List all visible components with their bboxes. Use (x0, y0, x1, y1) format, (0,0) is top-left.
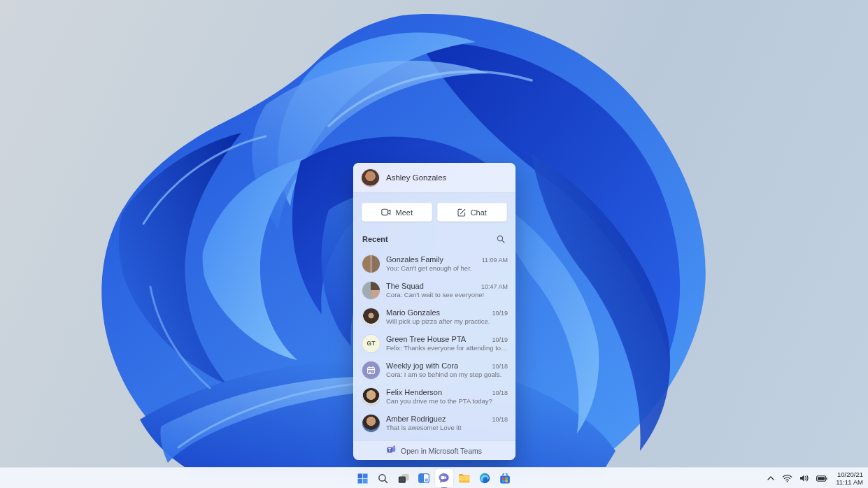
conversation-timestamp: 10/18 (492, 363, 508, 370)
task-view-button[interactable] (394, 469, 413, 487)
file-explorer-icon (458, 473, 470, 483)
conversation-preview: Will pick up pizza after my practice. (386, 317, 508, 325)
conversation-name: Weekly jog with Cora (386, 361, 458, 370)
flyout-header[interactable]: Ashley Gonzales (353, 163, 515, 193)
taskbar-clock[interactable]: 10/20/21 11:11 AM (832, 471, 863, 486)
widgets-icon (418, 473, 429, 483)
teams-chat-icon (438, 473, 450, 484)
edge-button[interactable] (476, 469, 494, 487)
conversation-timestamp: 10:47 AM (481, 283, 508, 290)
conversation-summary: Weekly jog with Cora10/18Cora: I am so b… (386, 361, 508, 379)
initials-avatar: GT (362, 335, 380, 352)
conversation-summary: Green Tree House PTA10/19Felix: Thanks e… (386, 335, 508, 352)
conversation-summary: Gonzales Family11:09 AMYou: Can't get en… (386, 255, 508, 273)
chat-button[interactable]: Chat (437, 203, 508, 222)
taskbar: 10/20/21 11:11 AM (0, 467, 868, 488)
photo-avatar (362, 415, 380, 432)
conversation-summary: Amber Rodriguez10/18That is awesome! Lov… (386, 415, 508, 432)
conversation-summary: The Squad10:47 AMCora: Can't wait to see… (386, 282, 508, 299)
tray-chevron-up-icon[interactable] (764, 469, 777, 487)
recent-conversation-list: Gonzales Family11:09 AMYou: Can't get en… (353, 249, 515, 436)
conversation-name: Gonzales Family (386, 255, 443, 264)
search-icon[interactable] (495, 234, 506, 245)
conversation-timestamp: 10/19 (492, 310, 508, 317)
conversation-timestamp: 10/18 (492, 416, 508, 423)
battery-icon[interactable] (814, 469, 830, 487)
chat-list-item[interactable]: Mario Gonzales10/19Will pick up pizza af… (353, 303, 515, 330)
video-camera-icon (381, 208, 391, 216)
taskbar-time: 11:11 AM (836, 478, 863, 486)
conversation-name: Green Tree House PTA (386, 335, 466, 343)
system-tray: 10/20/21 11:11 AM (764, 468, 863, 488)
chat-list-item[interactable]: Gonzales Family11:09 AMYou: Can't get en… (353, 250, 515, 277)
quick-actions: Meet Chat (353, 193, 515, 222)
photo-avatar (362, 308, 380, 326)
photo-avatar (362, 282, 380, 299)
conversation-preview: Felix: Thanks everyone for attending tod… (386, 344, 508, 352)
search-button[interactable] (374, 469, 392, 487)
open-in-teams-label: Open in Microsoft Teams (401, 447, 482, 455)
start-button[interactable] (354, 469, 372, 487)
conversation-name: The Squad (386, 282, 424, 290)
recent-title: Recent (362, 235, 388, 243)
recent-section-header: Recent (353, 222, 515, 249)
file-explorer-button[interactable] (455, 469, 474, 487)
conversation-timestamp: 10/19 (492, 336, 508, 343)
wifi-icon[interactable] (780, 469, 795, 487)
conversation-preview: That is awesome! Love it! (386, 424, 508, 431)
photo-avatar (362, 255, 380, 273)
taskbar-date: 10/20/21 (836, 471, 863, 478)
meet-button-label: Meet (396, 208, 413, 217)
conversation-preview: You: Can't get enough of her. (386, 264, 508, 272)
chat-list-item[interactable]: Amber Rodriguez10/18That is awesome! Lov… (353, 410, 515, 436)
teams-chat-flyout: Ashley Gonzales Meet Chat Recent (353, 163, 515, 460)
microsoft-store-icon (499, 473, 511, 484)
store-button[interactable] (496, 469, 514, 487)
chat-list-item[interactable]: GTGreen Tree House PTA10/19Felix: Thanks… (353, 330, 515, 357)
svg-text:T: T (388, 447, 391, 452)
user-avatar (362, 169, 379, 187)
conversation-timestamp: 10/18 (492, 389, 508, 396)
chat-button-label: Chat (471, 208, 487, 217)
conversation-name: Amber Rodriguez (386, 415, 446, 423)
taskbar-center-icons (354, 468, 514, 488)
edge-browser-icon (479, 473, 490, 484)
chat-teams-button[interactable] (435, 469, 453, 487)
conversation-preview: Can you drive me to the PTA today? (386, 397, 508, 405)
conversation-name: Mario Gonzales (386, 308, 440, 317)
conversation-summary: Mario Gonzales10/19Will pick up pizza af… (386, 308, 508, 326)
conversation-summary: Felix Henderson10/18Can you drive me to … (386, 388, 508, 406)
volume-icon[interactable] (797, 469, 811, 487)
photo-avatar (362, 388, 380, 406)
task-view-icon (398, 473, 409, 484)
calendar-icon-avatar (362, 361, 380, 379)
chat-list-item[interactable]: Felix Henderson10/18Can you drive me to … (353, 383, 515, 410)
conversation-timestamp: 11:09 AM (482, 257, 508, 264)
open-in-teams-button[interactable]: T Open in Microsoft Teams (353, 440, 515, 460)
conversation-preview: Cora: I am so behind on my step goals. (386, 371, 508, 378)
conversation-name: Felix Henderson (386, 388, 442, 396)
widgets-button[interactable] (415, 469, 433, 487)
windows-start-icon (357, 473, 368, 484)
search-icon (378, 473, 388, 484)
teams-logo-icon: T (387, 445, 396, 457)
compose-icon (457, 208, 466, 217)
conversation-preview: Cora: Can't wait to see everyone! (386, 291, 508, 299)
meet-button[interactable]: Meet (362, 203, 432, 222)
chat-list-item[interactable]: Weekly jog with Cora10/18Cora: I am so b… (353, 357, 515, 383)
user-name: Ashley Gonzales (386, 173, 446, 182)
chat-list-item[interactable]: The Squad10:47 AMCora: Can't wait to see… (353, 277, 515, 303)
